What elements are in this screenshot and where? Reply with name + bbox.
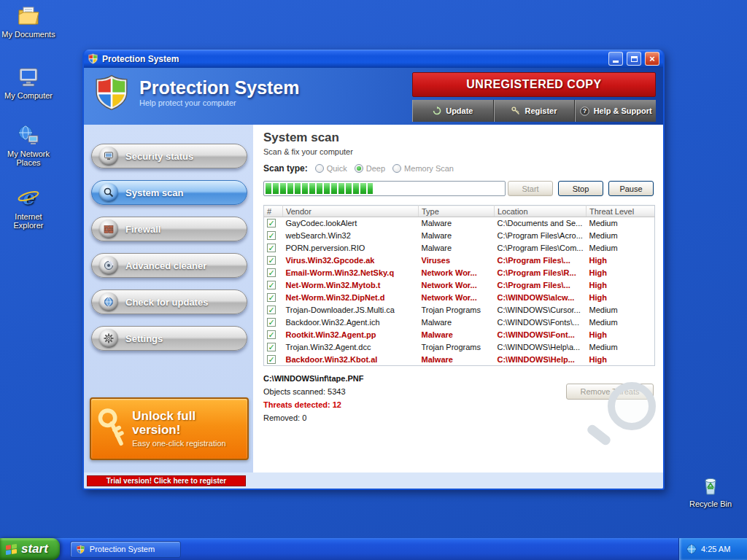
sidebar-item-settings[interactable]: Settings bbox=[91, 326, 247, 351]
vendor-cell: Backdoor.Win32.Agent.ich bbox=[283, 316, 419, 329]
checked-checkbox-icon[interactable]: ✓ bbox=[267, 355, 276, 364]
threat-level-cell: High bbox=[587, 329, 655, 341]
table-row[interactable]: ✓Backdoor.Win32.Kbot.alMalwareC:\WINDOWS… bbox=[264, 354, 655, 366]
radio-memory-scan-icon bbox=[392, 164, 401, 173]
checked-checkbox-icon[interactable]: ✓ bbox=[267, 268, 276, 277]
check-for-updates-icon bbox=[99, 292, 118, 311]
table-row[interactable]: ✓Trojan.Win32.Agent.dccTrojan ProgramsC:… bbox=[264, 341, 655, 354]
checked-checkbox-icon[interactable]: ✓ bbox=[267, 306, 276, 314]
sidebar-item-label: Check for updates bbox=[125, 297, 208, 308]
update-icon bbox=[433, 106, 441, 115]
desktop-icon-internet-explorer[interactable]: e Internet Explorer bbox=[0, 187, 57, 230]
unlock-full-version-banner[interactable]: Unlock full version! Easy one-click regi… bbox=[90, 397, 249, 460]
sidebar-item-label: Settings bbox=[125, 333, 163, 344]
col-location[interactable]: Location bbox=[495, 206, 587, 217]
table-row[interactable]: ✓Rootkit.Win32.Agent.ppMalwareC:\WINDOWS… bbox=[264, 329, 655, 341]
table-row[interactable]: ✓GayCodec.lookAlertMalwareC:\Documents a… bbox=[264, 217, 655, 230]
windows-flag-icon bbox=[6, 543, 17, 554]
taskbar: start Protection System 4:25 AM bbox=[0, 538, 747, 560]
table-row[interactable]: ✓PORN.perversion.RIOMalwareC:\Program Fi… bbox=[264, 242, 655, 254]
tray-network-icon[interactable] bbox=[686, 544, 697, 554]
checked-checkbox-icon[interactable]: ✓ bbox=[267, 231, 276, 240]
start-button[interactable]: Start bbox=[508, 181, 553, 196]
recycle-bin-icon bbox=[699, 474, 722, 497]
location-cell: C:\Documents and Se... bbox=[495, 217, 587, 230]
type-cell: Network Wor... bbox=[419, 292, 495, 304]
table-row[interactable]: ✓webSearch.Win32MalwareC:\Program Files\… bbox=[264, 230, 655, 242]
maximize-button[interactable] bbox=[627, 52, 641, 66]
checkbox-cell: ✓ bbox=[264, 267, 283, 279]
stop-button[interactable]: Stop bbox=[558, 181, 603, 196]
table-row[interactable]: ✓Net-Worm.Win32.Mytob.tNetwork Wor...C:\… bbox=[264, 279, 655, 292]
unlock-title: Unlock full version! bbox=[132, 410, 243, 437]
checked-checkbox-icon[interactable]: ✓ bbox=[267, 343, 276, 351]
vendor-cell: Email-Worm.Win32.NetSky.q bbox=[283, 267, 419, 279]
taskbar-task-protection-system[interactable]: Protection System bbox=[70, 541, 181, 558]
checked-checkbox-icon[interactable]: ✓ bbox=[267, 330, 276, 339]
start-button-taskbar[interactable]: start bbox=[0, 538, 60, 560]
sidebar-item-advanced-cleaner[interactable]: Advanced cleaner bbox=[91, 253, 247, 278]
my-computer-icon bbox=[16, 66, 41, 89]
help-support-button[interactable]: ? Help & Support bbox=[575, 100, 656, 122]
checked-checkbox-icon[interactable]: ✓ bbox=[267, 219, 276, 228]
update-button[interactable]: Update bbox=[412, 100, 494, 122]
table-row[interactable]: ✓Virus.Win32.Gpcode.akVirusesC:\Program … bbox=[264, 254, 655, 267]
type-cell: Malware bbox=[419, 242, 495, 254]
desktop-icon-recycle-bin[interactable]: Recycle Bin bbox=[682, 474, 739, 508]
radio-memory-scan[interactable]: Memory Scan bbox=[392, 164, 454, 173]
register-button[interactable]: Register bbox=[494, 100, 576, 122]
close-button[interactable]: × bbox=[645, 52, 659, 66]
col-threat-level[interactable]: Threat Level bbox=[587, 206, 655, 217]
threat-table: # Vendor Type Location Threat Level ✓Gay… bbox=[263, 205, 655, 366]
location-cell: C:\Program Files\R... bbox=[495, 267, 587, 279]
table-row[interactable]: ✓Email-Worm.Win32.NetSky.qNetwork Wor...… bbox=[264, 267, 655, 279]
threat-level-cell: High bbox=[587, 292, 655, 304]
radio-deep[interactable]: Deep bbox=[355, 164, 385, 173]
checkbox-cell: ✓ bbox=[264, 254, 283, 267]
checkbox-cell: ✓ bbox=[264, 316, 283, 329]
col-type[interactable]: Type bbox=[419, 206, 495, 217]
checkbox-cell: ✓ bbox=[264, 304, 283, 316]
scan-type-label: Scan type: bbox=[263, 163, 308, 174]
desktop-icon-my-computer[interactable]: My Computer bbox=[0, 66, 57, 100]
sidebar-item-security-status[interactable]: Security status bbox=[91, 144, 247, 168]
sidebar-item-label: System scan bbox=[125, 187, 184, 198]
desktop-icon-my-network-places[interactable]: My Network Places bbox=[0, 124, 57, 167]
pause-button[interactable]: Pause bbox=[608, 181, 654, 196]
desktop-icon-my-documents[interactable]: My Documents bbox=[0, 4, 57, 39]
minimize-button[interactable] bbox=[608, 52, 623, 66]
location-cell: C:\WINDOWS\alcw... bbox=[495, 292, 587, 304]
checked-checkbox-icon[interactable]: ✓ bbox=[267, 256, 276, 265]
protection-system-window: Protection System × Pr bbox=[82, 50, 665, 490]
table-row[interactable]: ✓Backdoor.Win32.Agent.ichMalwareC:\WINDO… bbox=[264, 316, 655, 329]
checked-checkbox-icon[interactable]: ✓ bbox=[267, 293, 276, 302]
checkbox-cell: ✓ bbox=[264, 292, 283, 304]
radio-quick[interactable]: Quick bbox=[315, 164, 347, 173]
scan-progress-bar bbox=[263, 181, 506, 196]
window-titlebar[interactable]: Protection System × bbox=[84, 50, 663, 68]
threat-level-cell: Medium bbox=[587, 341, 655, 354]
clock[interactable]: 4:25 AM bbox=[701, 545, 730, 553]
desktop-icon-label: My Network Places bbox=[7, 149, 50, 167]
threat-level-cell: Medium bbox=[587, 217, 655, 230]
sidebar-item-firewall[interactable]: Firewall bbox=[91, 217, 247, 241]
threat-level-cell: High bbox=[587, 354, 655, 366]
col-number[interactable]: # bbox=[264, 206, 283, 217]
col-vendor[interactable]: Vendor bbox=[283, 206, 419, 217]
table-row[interactable]: ✓Trojan-Downloader.JS.Multi.caTrojan Pro… bbox=[264, 304, 655, 316]
sidebar-item-system-scan[interactable]: System scan bbox=[91, 180, 247, 205]
checked-checkbox-icon[interactable]: ✓ bbox=[267, 281, 276, 289]
desktop-icon-label: Internet Explorer bbox=[14, 212, 44, 230]
checked-checkbox-icon[interactable]: ✓ bbox=[267, 244, 276, 252]
remove-threats-button[interactable]: Remove Threats bbox=[566, 384, 654, 400]
radio-memory-scan-label: Memory Scan bbox=[404, 164, 454, 173]
vendor-cell: webSearch.Win32 bbox=[283, 230, 419, 242]
table-row[interactable]: ✓Net-Worm.Win32.DipNet.dNetwork Wor...C:… bbox=[264, 292, 655, 304]
vendor-cell: Net-Worm.Win32.Mytob.t bbox=[283, 279, 419, 292]
app-header: Protection System Help protect your comp… bbox=[84, 68, 663, 125]
sidebar-item-check-for-updates[interactable]: Check for updates bbox=[91, 289, 247, 314]
trial-register-banner[interactable]: Trial version! Click here to register bbox=[87, 475, 246, 486]
type-cell: Malware bbox=[419, 230, 495, 242]
sidebar-item-label: Security status bbox=[125, 151, 193, 162]
checked-checkbox-icon[interactable]: ✓ bbox=[267, 318, 276, 327]
